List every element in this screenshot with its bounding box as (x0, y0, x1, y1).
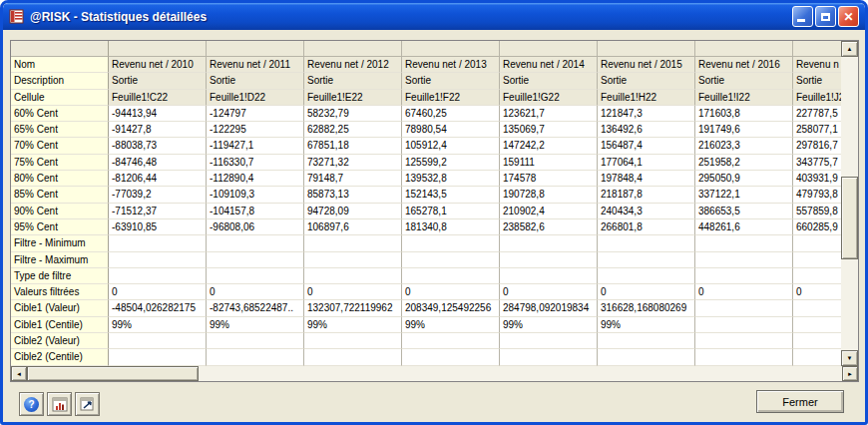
table-cell[interactable]: 62882,25 (304, 122, 402, 138)
table-cell[interactable] (793, 317, 841, 333)
table-cell[interactable] (304, 252, 402, 268)
table-cell[interactable]: -63910,85 (109, 219, 207, 235)
table-cell[interactable]: -122295 (207, 122, 304, 138)
table-cell[interactable]: 557859,8 (793, 204, 841, 219)
table-cell[interactable]: 316628,168080269 (598, 300, 695, 316)
table-cell[interactable]: Sortie (695, 73, 793, 89)
table-cell[interactable] (402, 252, 500, 268)
table-cell[interactable]: -81206,44 (109, 171, 207, 187)
table-cell[interactable]: 99% (207, 317, 304, 333)
table-cell[interactable]: 181340,8 (402, 219, 500, 235)
table-cell[interactable] (109, 333, 207, 349)
table-cell[interactable]: 0 (793, 284, 841, 300)
report-button[interactable] (47, 392, 72, 416)
table-cell[interactable] (598, 252, 695, 268)
table-cell[interactable]: 171603,8 (695, 106, 793, 122)
horizontal-scroll-thumb[interactable] (27, 366, 199, 381)
table-cell[interactable]: 132307,722119962 (304, 300, 402, 316)
table-cell[interactable] (500, 268, 598, 284)
table-cell[interactable]: 660285,9 (793, 219, 841, 235)
table-cell[interactable]: 343775,7 (793, 155, 841, 171)
table-cell[interactable]: 403931,9 (793, 171, 841, 187)
export-button[interactable] (75, 392, 100, 416)
scroll-right-button[interactable]: ► (842, 366, 858, 381)
table-cell[interactable] (598, 268, 695, 284)
table-cell[interactable]: 99% (304, 317, 402, 333)
vertical-scrollbar[interactable]: ▲ ▼ (841, 41, 858, 366)
table-cell[interactable]: 121847,3 (598, 106, 695, 122)
table-cell[interactable] (207, 349, 304, 365)
table-cell[interactable]: 240434,3 (598, 204, 695, 219)
table-cell[interactable] (500, 252, 598, 268)
table-cell[interactable]: Revenu net / 2012 (304, 57, 402, 73)
table-cell[interactable]: 123621,7 (500, 106, 598, 122)
table-cell[interactable] (304, 349, 402, 365)
table-cell[interactable] (598, 333, 695, 349)
table-cell[interactable] (207, 252, 304, 268)
table-cell[interactable] (500, 235, 598, 251)
table-cell[interactable] (109, 268, 207, 284)
table-cell[interactable]: 479793,8 (793, 187, 841, 203)
scroll-down-button[interactable]: ▼ (841, 350, 858, 366)
table-cell[interactable]: 79148,7 (304, 171, 402, 187)
table-cell[interactable] (109, 235, 207, 251)
table-cell[interactable]: 58232,79 (304, 106, 402, 122)
table-cell[interactable]: -94413,94 (109, 106, 207, 122)
table-cell[interactable] (695, 333, 793, 349)
table-cell[interactable]: 0 (109, 284, 207, 300)
table-cell[interactable]: 190728,8 (500, 187, 598, 203)
maximize-button[interactable] (815, 6, 836, 27)
table-cell[interactable]: Sortie (402, 73, 500, 89)
table-cell[interactable]: -48504,026282175 (109, 300, 207, 316)
table-cell[interactable]: 191749,6 (695, 122, 793, 138)
table-cell[interactable]: 266801,8 (598, 219, 695, 235)
table-cell[interactable] (793, 333, 841, 349)
fermer-button[interactable]: Fermer (756, 390, 844, 413)
table-cell[interactable]: -82743,68522487.. (207, 300, 304, 316)
table-cell[interactable] (793, 268, 841, 284)
table-cell[interactable]: 337122,1 (695, 187, 793, 203)
table-cell[interactable] (793, 300, 841, 316)
horizontal-scrollbar[interactable]: ◄ ► (11, 366, 858, 381)
table-cell[interactable]: 227787,5 (793, 106, 841, 122)
table-cell[interactable] (793, 235, 841, 251)
table-cell[interactable] (402, 333, 500, 349)
table-cell[interactable] (109, 349, 207, 365)
table-cell[interactable]: -71512,37 (109, 204, 207, 219)
table-cell[interactable]: -96808,06 (207, 219, 304, 235)
table-cell[interactable]: Feuille1!G22 (500, 90, 598, 106)
table-cell[interactable]: 67851,18 (304, 138, 402, 154)
table-cell[interactable]: 174578 (500, 171, 598, 187)
table-cell[interactable] (207, 333, 304, 349)
table-cell[interactable]: 197848,4 (598, 171, 695, 187)
vertical-scroll-thumb[interactable] (841, 177, 858, 259)
table-cell[interactable] (304, 333, 402, 349)
table-cell[interactable]: 177064,1 (598, 155, 695, 171)
table-cell[interactable]: 210902,4 (500, 204, 598, 219)
table-cell[interactable]: Revenu net / 2010 (109, 57, 207, 73)
table-cell[interactable] (207, 235, 304, 251)
table-cell[interactable]: Revenu net / 2015 (598, 57, 695, 73)
table-cell[interactable]: 258077,1 (793, 122, 841, 138)
table-cell[interactable] (598, 349, 695, 365)
table-cell[interactable]: 73271,32 (304, 155, 402, 171)
table-cell[interactable]: Feuille1!F22 (402, 90, 500, 106)
table-cell[interactable]: Sortie (207, 73, 304, 89)
table-cell[interactable]: 0 (402, 284, 500, 300)
table-cell[interactable]: 78980,54 (402, 122, 500, 138)
table-cell[interactable]: 0 (207, 284, 304, 300)
table-cell[interactable]: Feuille1!E22 (304, 90, 402, 106)
table-cell[interactable]: 0 (304, 284, 402, 300)
table-cell[interactable]: -88038,73 (109, 138, 207, 154)
table-cell[interactable] (402, 235, 500, 251)
table-cell[interactable] (695, 235, 793, 251)
table-cell[interactable]: 99% (500, 317, 598, 333)
table-cell[interactable]: -91427,8 (109, 122, 207, 138)
table-cell[interactable]: 99% (402, 317, 500, 333)
table-cell[interactable]: Feuille1!J2 (793, 90, 841, 106)
table-cell[interactable]: 448261,6 (695, 219, 793, 235)
table-cell[interactable]: 106897,6 (304, 219, 402, 235)
table-cell[interactable]: 208349,125492256 (402, 300, 500, 316)
table-cell[interactable]: 147242,2 (500, 138, 598, 154)
table-cell[interactable] (695, 268, 793, 284)
